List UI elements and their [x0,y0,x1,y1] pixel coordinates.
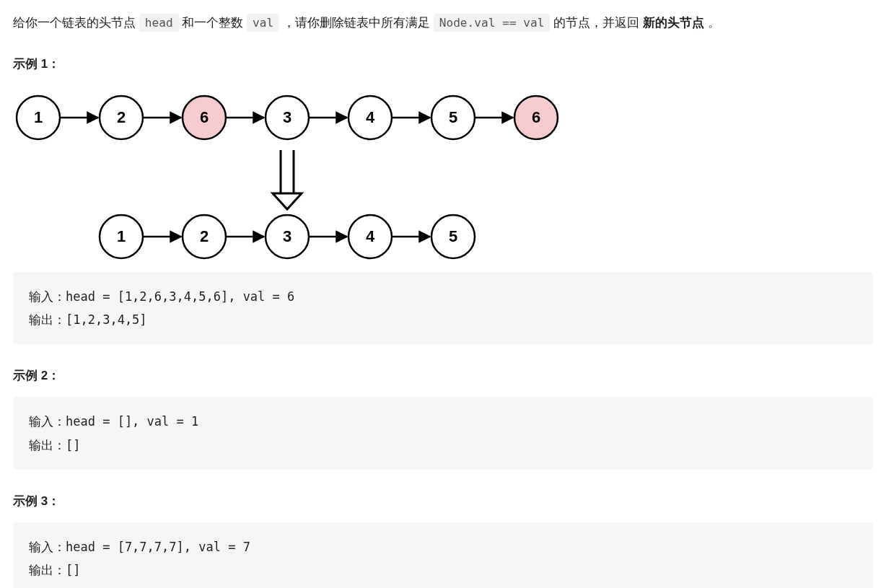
output-value: [] [66,563,80,577]
example-3-title: 示例 3： [13,491,873,511]
svg-text:4: 4 [366,227,375,245]
svg-text:5: 5 [449,108,457,126]
svg-text:3: 3 [283,108,291,126]
input-value: head = [], val = 1 [66,414,198,429]
example-3-code: 输入：head = [7,7,7,7], val = 7 输出：[] [13,522,873,588]
svg-text:6: 6 [532,108,540,126]
svg-text:2: 2 [200,227,209,245]
svg-text:4: 4 [366,108,375,126]
svg-text:2: 2 [117,108,126,126]
desc-bold: 新的头节点 [643,16,704,30]
desc-text: 给你一个链表的头节点 [13,16,139,30]
svg-text:1: 1 [117,227,126,245]
code-head: head [139,14,179,32]
svg-text:5: 5 [449,227,457,245]
linked-list-svg: 126345612345 [13,85,605,266]
svg-text:6: 6 [200,108,209,126]
output-label: 输出： [29,312,66,327]
desc-text: 的节点，并返回 [553,16,643,30]
svg-text:3: 3 [283,227,291,245]
input-label: 输入： [29,289,66,304]
input-value: head = [1,2,6,3,4,5,6], val = 6 [66,289,294,304]
output-value: [1,2,3,4,5] [66,312,147,327]
example-2-title: 示例 2： [13,366,873,385]
output-label: 输出： [29,563,66,577]
example-2-code: 输入：head = [], val = 1 输出：[] [13,397,873,470]
problem-description: 给你一个链表的头节点 head 和一个整数 val ，请你删除链表中所有满足 N… [13,13,873,32]
output-value: [] [66,438,80,452]
code-condition: Node.val == val [434,14,551,32]
svg-marker-22 [273,193,302,209]
desc-text: 。 [708,16,720,30]
desc-text: 和一个整数 [182,16,247,30]
example-1-code: 输入：head = [1,2,6,3,4,5,6], val = 6 输出：[1… [13,272,873,345]
input-label: 输入： [29,540,66,554]
svg-text:1: 1 [34,108,43,126]
desc-text: ，请你删除链表中所有满足 [283,16,434,30]
example-1-title: 示例 1： [13,54,873,74]
input-label: 输入： [29,414,66,429]
linked-list-diagram: 126345612345 [13,85,873,271]
input-value: head = [7,7,7,7], val = 7 [66,540,250,554]
output-label: 输出： [29,438,66,452]
code-val: val [247,14,279,32]
